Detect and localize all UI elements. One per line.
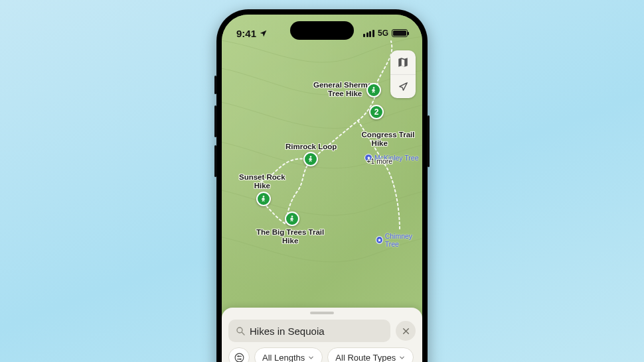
location-arrow-icon [259, 29, 268, 38]
hiker-icon [260, 195, 268, 203]
search-icon [235, 326, 246, 336]
hiker-icon [307, 155, 315, 163]
phone-frame: 9:41 5G [216, 9, 428, 362]
svg-point-8 [239, 358, 240, 359]
sheet-grabber[interactable] [310, 312, 334, 314]
chip-label: All Lengths [262, 353, 305, 363]
star-dot-icon [376, 236, 383, 244]
svg-point-6 [235, 353, 244, 362]
svg-point-1 [310, 156, 312, 158]
map-pin-congress-cluster[interactable]: 2 [369, 105, 384, 119]
hiker-icon [288, 215, 296, 223]
network-label: 5G [378, 29, 388, 38]
search-field[interactable] [228, 320, 390, 342]
phone-screen: 9:41 5G [222, 15, 422, 362]
search-input[interactable] [250, 326, 384, 337]
map-pin-sherman[interactable] [366, 83, 381, 97]
phone-side-button [214, 105, 216, 137]
status-time: 9:41 [236, 28, 256, 39]
cluster-count: 2 [374, 107, 379, 117]
signal-bars-icon [363, 30, 374, 37]
filter-chips: All Lengths All Route Types All Elevatio… [228, 347, 416, 362]
filter-lengths[interactable]: All Lengths [254, 347, 323, 362]
hiker-icon [370, 86, 378, 94]
clear-search-button[interactable] [396, 321, 416, 341]
svg-point-7 [237, 355, 238, 357]
phone-side-button [214, 76, 216, 94]
chevron-down-icon [398, 354, 406, 361]
map-pin-bigtrees[interactable] [285, 211, 299, 226]
svg-point-0 [373, 87, 375, 89]
chip-label: All Route Types [335, 353, 396, 363]
map-layers-button[interactable] [390, 50, 416, 74]
map-icon [397, 56, 409, 68]
chevron-down-icon [307, 354, 315, 361]
map-poi-chimney[interactable]: Chimney Tree [376, 232, 422, 248]
battery-icon [392, 29, 408, 37]
map-poi-mckinley[interactable]: McKinley Tree [364, 154, 419, 162]
navigate-arrow-icon [398, 81, 409, 92]
map-controls [390, 50, 416, 98]
sliders-circle-icon [234, 352, 245, 363]
map-pin-sunset[interactable] [256, 192, 271, 206]
map-pin-rimrock[interactable] [303, 152, 318, 166]
star-dot-icon [364, 154, 372, 162]
dynamic-island [290, 21, 354, 40]
close-icon [402, 327, 410, 335]
filter-settings-button[interactable] [228, 347, 250, 362]
phone-side-button [428, 115, 430, 167]
svg-point-3 [291, 215, 293, 217]
poi-label: McKinley Tree [374, 154, 419, 162]
results-sheet[interactable]: All Lengths All Route Types All Elevatio… [222, 308, 422, 362]
map-locate-button[interactable] [390, 74, 416, 98]
svg-line-5 [242, 332, 244, 335]
phone-side-button [214, 145, 216, 177]
svg-point-2 [263, 196, 265, 198]
svg-point-4 [237, 328, 242, 333]
search-row [228, 320, 416, 342]
poi-label: Chimney Tree [385, 232, 422, 248]
filter-route-types[interactable]: All Route Types [327, 347, 414, 362]
